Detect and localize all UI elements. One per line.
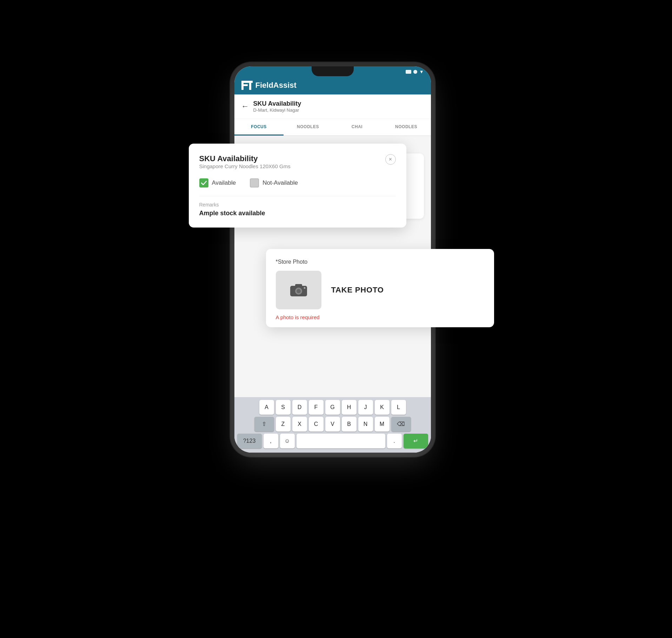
not-available-checkbox[interactable] bbox=[250, 178, 259, 188]
keyboard-row-1: A S D F G H J K L bbox=[237, 400, 429, 415]
key-space[interactable] bbox=[297, 434, 385, 448]
key-f[interactable]: F bbox=[309, 400, 324, 415]
fieldassist-logo-icon bbox=[241, 81, 253, 90]
svg-point-13 bbox=[304, 287, 305, 289]
svg-rect-12 bbox=[295, 284, 302, 287]
sku-availability-card: SKU Availability Singapore Curry Noodles… bbox=[189, 144, 406, 228]
status-icon-1 bbox=[406, 70, 411, 74]
key-a[interactable]: A bbox=[259, 400, 274, 415]
tab-chai[interactable]: CHAI bbox=[333, 119, 382, 136]
tab-noodles-1[interactable]: NOODLES bbox=[284, 119, 333, 136]
key-b[interactable]: B bbox=[342, 417, 357, 432]
key-c[interactable]: C bbox=[309, 417, 324, 432]
nav-bar: ← SKU Availability D-Mart, Kidwayi Nagar bbox=[234, 94, 431, 119]
key-emoji[interactable]: ☺ bbox=[280, 434, 295, 448]
available-option[interactable]: Available bbox=[199, 178, 236, 188]
available-label: Available bbox=[212, 179, 236, 186]
key-n[interactable]: N bbox=[358, 417, 373, 432]
keyboard[interactable]: A S D F G H J K L ⇧ Z X C V B N bbox=[234, 397, 431, 453]
key-enter[interactable]: ↵ bbox=[404, 434, 428, 448]
key-l[interactable]: L bbox=[391, 400, 406, 415]
svg-marker-3 bbox=[249, 81, 253, 90]
remarks-value: Ample stock available bbox=[199, 210, 396, 217]
key-d[interactable]: D bbox=[292, 400, 307, 415]
camera-box-float[interactable] bbox=[276, 271, 321, 309]
sku-card-title: SKU Availability bbox=[199, 154, 291, 163]
logo-text: FieldAssist bbox=[255, 81, 297, 90]
sku-card-subtitle: Singapore Curry Noodles 120X60 Gms bbox=[199, 163, 291, 169]
key-shift[interactable]: ⇧ bbox=[254, 417, 274, 432]
wifi-icon: ▼ bbox=[419, 69, 424, 74]
available-checkbox[interactable] bbox=[199, 178, 208, 188]
key-h[interactable]: H bbox=[342, 400, 357, 415]
checkmark-icon bbox=[201, 181, 207, 185]
photo-required-float: A photo is required bbox=[276, 314, 484, 320]
keyboard-row-3: ?123 , ☺ . ↵ bbox=[237, 434, 429, 448]
tab-focus[interactable]: FOCUS bbox=[234, 119, 284, 136]
key-j[interactable]: J bbox=[358, 400, 373, 415]
key-g[interactable]: G bbox=[325, 400, 340, 415]
camera-icon-float bbox=[290, 283, 308, 297]
close-button[interactable]: × bbox=[385, 154, 396, 165]
key-period[interactable]: . bbox=[387, 434, 402, 448]
tab-noodles-2[interactable]: NOODLES bbox=[382, 119, 431, 136]
page-subtitle: D-Mart, Kidwayi Nagar bbox=[253, 107, 301, 113]
key-k[interactable]: K bbox=[375, 400, 390, 415]
sku-card-header: SKU Availability Singapore Curry Noodles… bbox=[199, 154, 396, 176]
tabs-bar: FOCUS NOODLES CHAI NOODLES bbox=[234, 119, 431, 136]
scene: ▼ FieldAssist ← SKU Availability bbox=[178, 38, 494, 600]
store-photo-float-label: *Store Photo bbox=[276, 259, 484, 265]
store-photo-float-area: TAKE PHOTO bbox=[276, 271, 484, 309]
app-logo: FieldAssist bbox=[241, 81, 297, 90]
key-s[interactable]: S bbox=[276, 400, 291, 415]
key-comma[interactable]: , bbox=[264, 434, 278, 448]
status-bar: ▼ bbox=[234, 66, 431, 78]
remarks-section: Remarks Ample stock available bbox=[199, 196, 396, 217]
back-button[interactable]: ← bbox=[241, 102, 249, 111]
key-z[interactable]: Z bbox=[276, 417, 291, 432]
not-available-label: Not-Available bbox=[262, 179, 298, 186]
keyboard-row-2: ⇧ Z X C V B N M ⌫ bbox=[237, 417, 429, 432]
key-numbers[interactable]: ?123 bbox=[237, 434, 262, 448]
key-m[interactable]: M bbox=[375, 417, 390, 432]
svg-rect-2 bbox=[241, 84, 248, 86]
remarks-label: Remarks bbox=[199, 202, 396, 208]
page-title: SKU Availability bbox=[253, 100, 301, 108]
svg-point-11 bbox=[297, 289, 301, 293]
not-available-option[interactable]: Not-Available bbox=[250, 178, 298, 188]
key-v[interactable]: V bbox=[325, 417, 340, 432]
key-delete[interactable]: ⌫ bbox=[391, 417, 411, 432]
availability-row: Available Not-Available bbox=[199, 178, 396, 188]
key-x[interactable]: X bbox=[292, 417, 307, 432]
store-photo-float-card: *Store Photo TAKE PHOTO A photo is requi… bbox=[266, 249, 494, 327]
status-icon-2 bbox=[413, 70, 417, 74]
take-photo-float-text[interactable]: TAKE PHOTO bbox=[331, 285, 384, 295]
